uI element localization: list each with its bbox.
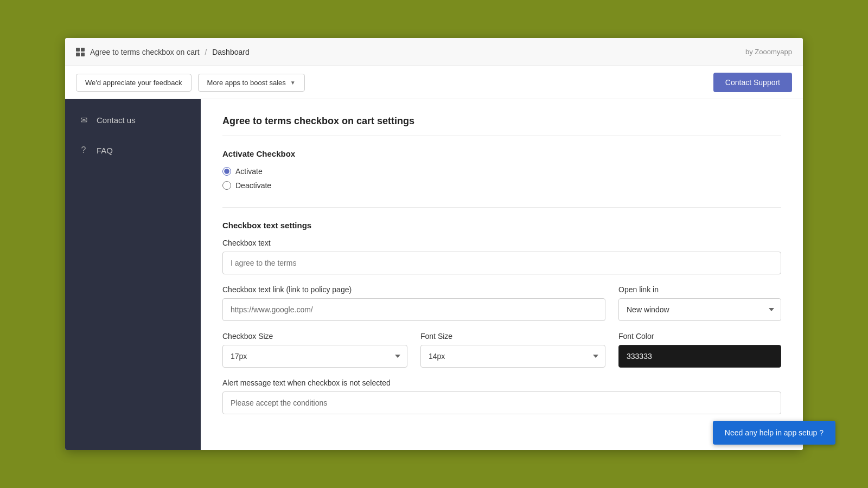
- radio-deactivate-label: Deactivate: [235, 181, 271, 190]
- activate-radio-group: Activate Deactivate: [222, 167, 781, 190]
- alert-message-input[interactable]: [222, 391, 781, 414]
- activate-section-title: Activate Checkbox: [222, 149, 781, 158]
- checkbox-size-select[interactable]: 14px 15px 16px 17px 18px 20px: [222, 345, 407, 368]
- alert-message-group: Alert message text when checkbox is not …: [222, 378, 781, 414]
- feedback-button[interactable]: We'd appreciate your feedback: [76, 74, 192, 92]
- text-settings-title: Checkbox text settings: [222, 221, 781, 230]
- page-title: Agree to terms checkbox on cart settings: [222, 115, 781, 136]
- help-banner[interactable]: Need any help in app setup ?: [713, 421, 835, 445]
- app-window: Agree to terms checkbox on cart / Dashbo…: [65, 38, 803, 450]
- checkbox-text-label: Checkbox text: [222, 239, 781, 247]
- open-link-label: Open link in: [618, 285, 781, 294]
- envelope-icon: ✉: [78, 114, 89, 125]
- font-color-display[interactable]: 333333: [618, 345, 781, 368]
- radio-activate-label: Activate: [235, 167, 263, 176]
- font-color-label: Font Color: [618, 332, 781, 341]
- size-font-row: Checkbox Size 14px 15px 16px 17px 18px 2…: [222, 332, 781, 368]
- open-link-select[interactable]: New window Same window: [618, 298, 781, 321]
- text-settings-section: Checkbox text settings Checkbox text Che…: [222, 221, 781, 414]
- checkbox-size-group: Checkbox Size 14px 15px 16px 17px 18px 2…: [222, 332, 407, 368]
- alert-message-label: Alert message text when checkbox is not …: [222, 378, 781, 387]
- link-label: Checkbox text link (link to policy page): [222, 285, 605, 294]
- breadcrumb-separator: /: [205, 48, 207, 56]
- question-icon: ?: [78, 145, 89, 156]
- breadcrumb-current-page: Dashboard: [212, 48, 250, 56]
- font-size-select[interactable]: 12px 13px 14px 15px 16px: [420, 345, 605, 368]
- link-input[interactable]: [222, 298, 605, 321]
- radio-deactivate[interactable]: Deactivate: [222, 181, 781, 190]
- sidebar-faq-label: FAQ: [97, 146, 113, 155]
- content-panel: Agree to terms checkbox on cart settings…: [201, 99, 803, 450]
- sidebar-item-contact-us[interactable]: ✉ Contact us: [65, 105, 201, 135]
- more-apps-button[interactable]: More apps to boost sales ▼: [198, 74, 305, 92]
- header-left: Agree to terms checkbox on cart / Dashbo…: [76, 48, 250, 56]
- checkbox-text-input[interactable]: [222, 252, 781, 274]
- chevron-down-icon: ▼: [290, 80, 296, 86]
- open-link-group: Open link in New window Same window: [618, 285, 781, 321]
- section-divider: [222, 207, 781, 208]
- main-content: ✉ Contact us ? FAQ Agree to terms checkb…: [65, 99, 803, 450]
- radio-activate-input[interactable]: [222, 167, 231, 176]
- activate-section: Activate Checkbox Activate Deactivate: [222, 149, 781, 190]
- sidebar-item-faq[interactable]: ? FAQ: [65, 135, 201, 165]
- radio-deactivate-input[interactable]: [222, 181, 231, 190]
- checkbox-text-group: Checkbox text: [222, 239, 781, 274]
- breadcrumb: Agree to terms checkbox on cart / Dashbo…: [90, 48, 250, 56]
- help-banner-text: Need any help in app setup ?: [725, 428, 824, 437]
- brand-label: by Zooomyapp: [745, 48, 792, 56]
- header-bar: Agree to terms checkbox on cart / Dashbo…: [65, 38, 803, 66]
- link-row: Checkbox text link (link to policy page)…: [222, 285, 781, 321]
- breadcrumb-app-name: Agree to terms checkbox on cart: [90, 48, 200, 56]
- checkbox-size-label: Checkbox Size: [222, 332, 407, 341]
- sidebar-contact-us-label: Contact us: [97, 115, 136, 125]
- sidebar: ✉ Contact us ? FAQ: [65, 99, 201, 450]
- font-size-label: Font Size: [420, 332, 605, 341]
- contact-support-button[interactable]: Contact Support: [713, 73, 792, 92]
- toolbar: We'd appreciate your feedback More apps …: [65, 66, 803, 99]
- font-color-group: Font Color 333333: [618, 332, 781, 368]
- link-group: Checkbox text link (link to policy page): [222, 285, 605, 321]
- font-size-group: Font Size 12px 13px 14px 15px 16px: [420, 332, 605, 368]
- radio-activate[interactable]: Activate: [222, 167, 781, 176]
- more-apps-label: More apps to boost sales: [207, 79, 286, 87]
- grid-icon: [76, 48, 85, 56]
